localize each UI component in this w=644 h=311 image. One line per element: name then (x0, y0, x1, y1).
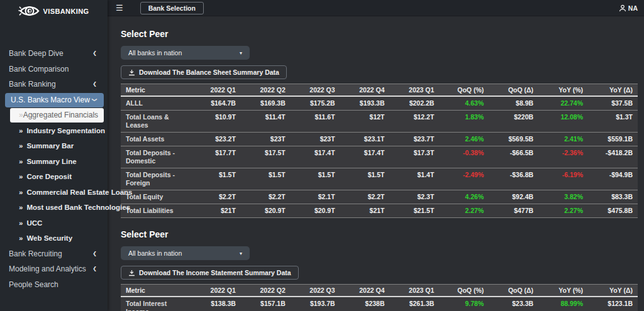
content: Select Peer All banks in nation ▾ Downlo… (108, 16, 644, 311)
sidebar-item-label: »Web Security (19, 234, 72, 242)
value-cell: $21T (191, 204, 241, 218)
metric-cell: Total Liabilities (121, 204, 191, 218)
column-header: QoQ (Δ) (489, 285, 538, 297)
download-income-statement-button[interactable]: Download The Income Statement Summary Da… (121, 266, 299, 280)
user-menu[interactable]: NA (619, 4, 638, 12)
value-cell: 1.83% (439, 111, 489, 133)
column-header: QoQ (%) (439, 84, 489, 97)
value-cell: $1.5T (340, 168, 390, 190)
value-cell: $138.3B (191, 297, 241, 311)
download-button-label: Download The Income Statement Summary Da… (139, 269, 291, 276)
metric-cell: Total Assets (121, 133, 191, 146)
sidebar-item-label: Bank Recruiting (9, 249, 62, 258)
download-icon (128, 270, 135, 276)
income-statement-section: Select Peer All banks in nation ▾ Downlo… (121, 229, 638, 311)
value-cell: $169.3B (241, 96, 291, 111)
value-cell: 2.27% (538, 204, 588, 218)
value-cell: 12.08% (538, 111, 588, 133)
sidebar-item-web-security[interactable]: »Web Security (0, 231, 108, 246)
value-cell: $23.1T (340, 133, 390, 146)
sidebar-item-label: U.S. Banks Macro View (11, 95, 90, 104)
value-cell: -$36.8B (489, 168, 538, 190)
column-header: 2022 Q1 (191, 84, 241, 97)
peer-select-dropdown[interactable]: All banks in nation ▾ (121, 246, 250, 260)
bank-selection-button[interactable]: Bank Selection (140, 2, 204, 14)
chevron-down-icon: ❮ (92, 98, 97, 102)
double-chevron-icon: » (19, 111, 23, 119)
value-cell: $1.3T (588, 111, 638, 133)
value-cell: $23.2T (191, 133, 241, 146)
value-cell: 22.74% (538, 96, 588, 111)
double-chevron-icon: » (19, 127, 23, 134)
value-cell: $23T (291, 133, 340, 146)
value-cell: 2.46% (439, 133, 489, 146)
brand-logo: VISBANKING (0, 0, 108, 21)
column-header: YoY (%) (538, 285, 588, 297)
income-statement-summary-table: Metric2022 Q12022 Q22022 Q32022 Q42023 Q… (121, 284, 638, 311)
value-cell: -$66.5B (489, 146, 538, 168)
value-cell: $202.2B (390, 96, 440, 111)
column-header: Metric (121, 285, 191, 297)
sidebar-item-people-search[interactable]: People Search (0, 277, 108, 293)
value-cell: $23T (241, 133, 291, 146)
value-cell: $8.9B (489, 96, 538, 111)
sidebar-item-bank-comparison[interactable]: Bank Comparison (0, 62, 108, 77)
sidebar-item-label: »Summary Line (19, 158, 77, 165)
table-row: Total Loans & Leases$10.9T$11.4T$11.6T$1… (121, 111, 638, 133)
column-header: 2022 Q4 (340, 285, 390, 297)
sidebar-item-bank-deep-dive[interactable]: Bank Deep Dive❮ (0, 46, 108, 62)
value-cell: $17.4T (340, 146, 390, 168)
sidebar-item-u-s-banks-macro-view[interactable]: U.S. Banks Macro View❮ (5, 93, 104, 107)
column-header: 2022 Q3 (291, 84, 340, 97)
sidebar-item-summary-bar[interactable]: »Summary Bar (0, 138, 108, 154)
value-cell: $23.3B (489, 297, 538, 311)
value-cell: $261.3B (390, 297, 440, 311)
value-cell: $559.1B (588, 133, 638, 146)
sidebar-item-bank-recruiting[interactable]: Bank Recruiting❮ (0, 246, 108, 262)
table-row: Total Liabilities$21T$20.9T$20.9T$21T$21… (121, 204, 638, 218)
hamburger-menu-icon[interactable]: ☰ (116, 4, 123, 12)
sidebar-item-summary-line[interactable]: »Summary Line (0, 154, 108, 170)
metric-cell: Total Deposits - Foreign (121, 168, 191, 190)
sidebar-item-label: Bank Comparison (9, 65, 69, 74)
double-chevron-icon: » (19, 173, 23, 180)
sidebar-item-label: »Industry Segmentation (19, 127, 105, 134)
eye-logo-icon (18, 4, 40, 18)
sidebar-item-label: Bank Ranking (9, 80, 56, 89)
column-header: YoY (%) (538, 84, 588, 97)
value-cell: $11.6T (291, 111, 340, 133)
double-chevron-icon: » (19, 204, 23, 211)
value-cell: $164.7B (191, 96, 241, 111)
table-row: Total Deposits - Foreign$1.5T$1.5T$1.5T$… (121, 168, 638, 190)
value-cell: $12T (340, 111, 390, 133)
sidebar-item-core-deposit[interactable]: »Core Deposit (0, 169, 108, 185)
download-icon (128, 69, 135, 76)
column-header: 2022 Q2 (241, 84, 291, 97)
value-cell: $12.2T (390, 111, 440, 133)
chevron-left-icon: ❮ (92, 82, 97, 87)
value-cell: $17.3T (390, 146, 440, 168)
sidebar-item-label: »Aggregated Financials (19, 111, 98, 119)
table-row: Total Assets$23.2T$23T$23T$23.1T$23.7T2.… (121, 133, 638, 146)
peer-select-dropdown[interactable]: All banks in nation ▾ (121, 46, 250, 60)
sidebar-item-industry-segmentation[interactable]: »Industry Segmentation (0, 123, 108, 139)
value-cell: $1.5T (241, 168, 291, 190)
column-header: YoY (Δ) (588, 84, 638, 97)
sidebar-item-bank-ranking[interactable]: Bank Ranking❮ (0, 77, 108, 92)
download-balance-sheet-button[interactable]: Download The Balance Sheet Summary Data (121, 65, 287, 79)
sidebar-item-modeling-and-analytics[interactable]: Modeling and Analytics❮ (0, 261, 108, 277)
sidebar-nav: Bank Deep Dive❮Bank ComparisonBank Ranki… (0, 46, 108, 292)
sidebar-item-label: »Core Deposit (19, 173, 72, 180)
sidebar-item-commercial-real-estate-loans[interactable]: »Commercial Real Estate Loans (0, 185, 108, 200)
value-cell: $569.5B (489, 133, 538, 146)
value-cell: $20.9T (241, 204, 291, 218)
sidebar-item-label: Bank Deep Dive (9, 49, 64, 58)
sidebar-item-label: »Commercial Real Estate Loans (19, 188, 133, 196)
value-cell: $10.9T (191, 111, 241, 133)
sidebar-item-ucc[interactable]: »UCC (0, 216, 108, 231)
value-cell: 4.26% (439, 190, 489, 204)
value-cell: $220B (489, 111, 538, 133)
sidebar-item-aggregated-financials[interactable]: »Aggregated Financials (10, 108, 104, 123)
value-cell: $21.5T (390, 204, 440, 218)
sidebar-item-most-used-bank-technologies[interactable]: »Most used Bank Technologies (0, 200, 108, 216)
